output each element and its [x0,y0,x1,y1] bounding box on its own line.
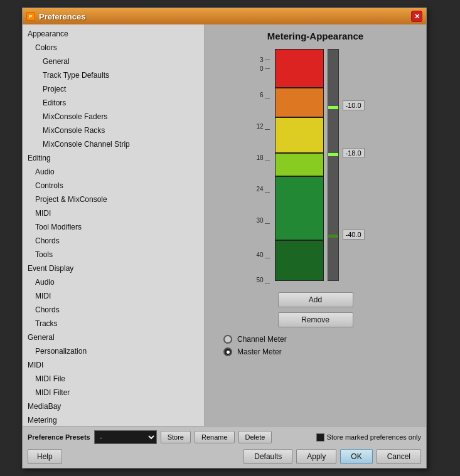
meter-buttons: Add Remove [211,292,420,327]
rename-button[interactable]: Rename [195,431,235,443]
tree-item-mediabay[interactable]: MediaBay [23,399,204,413]
dialog-icon: P [26,12,35,21]
tree-item-midi[interactable]: MIDI [23,206,204,220]
help-button[interactable]: Help [28,449,62,464]
radio-master-label: Master Meter [237,347,282,356]
scale-40: 40 [256,251,263,258]
presets-select[interactable]: - [94,430,157,444]
tree-item-event-audio[interactable]: Audio [23,275,204,289]
title-bar-left: P Preferences [26,12,85,21]
panel-title: Metering-Appearance [211,31,420,41]
radio-channel-label: Channel Meter [237,335,287,344]
tree-item-mixconsole-racks[interactable]: MixConsole Racks [23,124,204,137]
tree-item-tools[interactable]: Tools [23,248,204,262]
tree-item-general-top[interactable]: General [23,331,204,344]
delete-button[interactable]: Delete [238,431,272,443]
tree-item-general[interactable]: General [23,55,204,68]
main-meter-bar [275,49,324,281]
tree-item-event-tracks[interactable]: Tracks [23,317,204,331]
scale-24: 24 [256,186,263,193]
tree-item-personalization[interactable]: Personalization [23,344,204,358]
thin-marker-mid [328,153,338,156]
tree-item-midi-filter[interactable]: MIDI Filter [23,386,204,399]
tree-item-chords[interactable]: Chords [23,234,204,248]
store-marked-checkbox[interactable] [316,433,324,442]
store-button[interactable]: Store [161,431,191,443]
tree-panel[interactable]: Appearance Colors General Track Type Def… [23,24,205,426]
segment-green-bright [275,154,323,176]
tree-item-mixconsole-channel-strip[interactable]: MixConsole Channel Strip [23,137,204,151]
radio-master-circle[interactable] [223,347,232,356]
tree-item-audio[interactable]: Audio [23,165,204,179]
remove-button[interactable]: Remove [278,312,353,327]
segment-red [275,50,323,87]
radio-channel-meter[interactable]: Channel Meter [223,335,420,344]
buttons-row: Help Defaults Apply OK Cancel [28,449,421,464]
right-panel: Metering-Appearance 3 0 6 [205,24,426,426]
action-buttons: Defaults Apply OK Cancel [243,449,421,464]
meter-container: 3 0 6 12 18 [211,49,420,285]
tree-item-project[interactable]: Project [23,82,204,96]
tree-item-track-type-defaults[interactable]: Track Type Defaults [23,68,204,82]
add-button[interactable]: Add [278,292,353,307]
top-section: Appearance Colors General Track Type Def… [23,24,426,426]
tree-item-controls[interactable]: Controls [23,179,204,193]
ok-button[interactable]: OK [340,449,372,464]
preferences-dialog: P Preferences ✕ Appearance Colors Genera… [22,8,427,468]
segment-orange [275,88,323,117]
tree-item-event-chords[interactable]: Chords [23,303,204,317]
segment-dark-green [275,241,323,281]
segment-green-med [275,177,323,240]
scale-18: 18 [256,154,263,161]
tree-item-appearance[interactable]: Appearance [23,27,204,41]
radio-group: Channel Meter Master Meter [211,335,420,356]
segment-yellow [275,118,323,152]
scale-3: 3 [260,56,264,63]
tree-item-event-midi[interactable]: MIDI [23,289,204,303]
cancel-button[interactable]: Cancel [377,449,421,464]
scale-0: 0 [260,65,264,72]
radio-master-meter[interactable]: Master Meter [223,347,420,356]
presets-label: Preference Presets [28,433,90,441]
presets-row: Preference Presets - Store Rename Delete… [28,430,421,444]
scale-6: 6 [260,92,264,98]
radio-channel-circle[interactable] [223,335,232,344]
tree-item-midi-file[interactable]: MIDI File [23,372,204,386]
tree-item-event-display[interactable]: Event Display [23,262,204,275]
thin-marker-top [328,106,338,109]
store-marked-label: Store marked preferences only [327,433,421,441]
tree-item-project-mixconsole[interactable]: Project & MixConsole [23,193,204,206]
meter-bar-row: -10.0 -18.0 -40.0 [275,49,377,281]
tree-item-editors[interactable]: Editors [23,96,204,110]
tree-item-metering[interactable]: Metering [23,413,204,426]
scale-50: 50 [256,277,263,283]
title-bar: P Preferences ✕ [23,8,426,24]
tree-item-midi-top[interactable]: MIDI [23,358,204,372]
thin-marker-bot [328,235,338,238]
store-check-area: Store marked preferences only [316,433,421,442]
threshold-badges: -10.0 -18.0 -40.0 [343,49,377,281]
tree-item-colors[interactable]: Colors [23,41,204,55]
bottom-section: Preference Presets - Store Rename Delete… [23,426,426,468]
dialog-content: Appearance Colors General Track Type Def… [23,24,426,468]
scale-30: 30 [256,217,263,224]
meter-scale: 3 0 6 12 18 [254,49,270,285]
dialog-title: Preferences [39,12,85,21]
close-button[interactable]: ✕ [411,11,422,22]
threshold-badge-1: -10.0 [343,100,365,110]
apply-button[interactable]: Apply [296,449,336,464]
tree-item-tool-modifiers[interactable]: Tool Modifiers [23,220,204,234]
thin-meter-bar [328,49,339,281]
threshold-badge-2: -18.0 [343,148,365,158]
tree-item-mixconsole-faders[interactable]: MixConsole Faders [23,110,204,124]
scale-12: 12 [256,123,263,130]
defaults-button[interactable]: Defaults [243,449,292,464]
meter-bars-area: -10.0 -18.0 -40.0 [275,49,377,281]
threshold-badge-3: -40.0 [343,230,365,240]
tree-item-editing[interactable]: Editing [23,151,204,165]
